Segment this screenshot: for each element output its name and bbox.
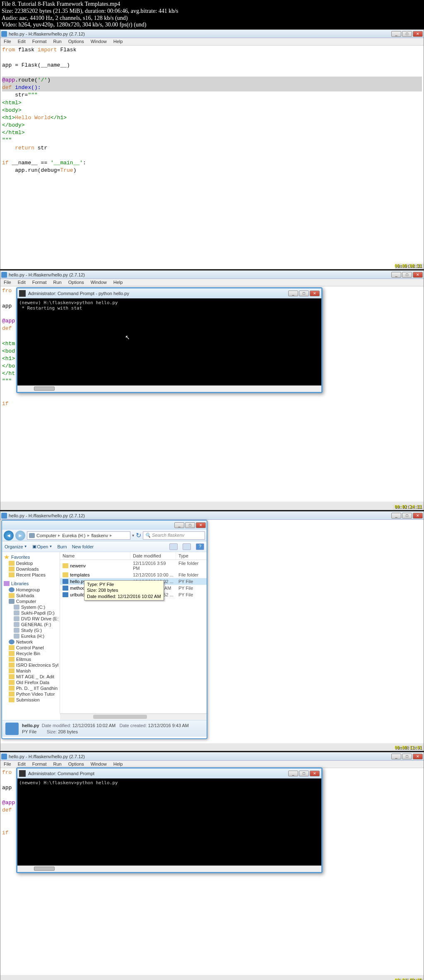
close-button[interactable]: ✕ <box>310 771 320 776</box>
tree-item[interactable]: Control Panel <box>3 645 59 651</box>
column-headers[interactable]: Name Date modified Type <box>60 552 207 560</box>
menu-format[interactable]: Format <box>29 279 50 286</box>
ide-titlebar[interactable]: hello.py - H:/flaskenv/hello.py (2.7.12)… <box>0 752 424 761</box>
menu-window[interactable]: Window <box>87 38 110 45</box>
back-button[interactable]: ◄ <box>4 531 14 540</box>
command-prompt-window[interactable]: Administrator: Command Prompt _ □ ✕ (new… <box>16 767 323 873</box>
close-button[interactable]: ✕ <box>413 272 423 278</box>
minimize-button[interactable]: _ <box>391 754 401 759</box>
forward-button[interactable]: ► <box>15 531 25 540</box>
close-button[interactable]: ✕ <box>413 31 423 37</box>
menu-edit[interactable]: Edit <box>14 38 29 45</box>
maximize-button[interactable]: □ <box>402 272 412 278</box>
cmd-scrollbar[interactable] <box>17 385 321 392</box>
minimize-button[interactable]: _ <box>288 291 298 296</box>
menu-help[interactable]: Help <box>110 761 126 768</box>
explorer-titlebar[interactable]: _ □ ✕ <box>2 521 207 530</box>
minimize-button[interactable]: _ <box>391 513 401 519</box>
tree-item[interactable]: Elitmus <box>3 656 59 662</box>
tree-item[interactable]: Submission <box>3 697 59 703</box>
tree-item[interactable]: Python Video Tutor <box>3 691 59 697</box>
tree-item[interactable]: Recent Places <box>3 572 59 578</box>
new-folder-button[interactable]: New folder <box>72 544 94 549</box>
tree-item[interactable]: Eureka (H:) <box>3 633 59 639</box>
cmd-output[interactable]: (newenv) H:\flaskenv>python hello.py * R… <box>17 298 321 385</box>
maximize-button[interactable]: □ <box>402 31 412 37</box>
open-button[interactable]: ▣ Open ▼ <box>32 544 53 549</box>
breadcrumb[interactable]: Computer▸ Eureka (H:)▸ flaskenv▸ <box>27 531 130 540</box>
tree-item[interactable]: Study (G:) <box>3 627 59 633</box>
maximize-button[interactable]: □ <box>185 522 195 528</box>
cmd-scrollbar[interactable] <box>17 865 321 872</box>
menu-run[interactable]: Run <box>50 38 65 45</box>
maximize-button[interactable]: □ <box>402 754 412 759</box>
menu-run[interactable]: Run <box>50 761 65 768</box>
tree-item[interactable]: Network <box>3 639 59 645</box>
minimize-button[interactable]: _ <box>391 272 401 278</box>
ide-titlebar[interactable]: hello.py - H:/flaskenv/hello.py (2.7.12)… <box>0 30 424 38</box>
menu-window[interactable]: Window <box>87 761 110 768</box>
file-row[interactable]: templates12/12/2016 10:00 ...File folder <box>60 572 207 578</box>
file-explorer-window[interactable]: _ □ ✕ ◄ ► Computer▸ Eureka (H:)▸ flasken… <box>1 520 207 739</box>
tree-item[interactable]: Manish <box>3 668 59 674</box>
minimize-button[interactable]: _ <box>288 771 298 776</box>
cmd-titlebar[interactable]: Administrator: Command Prompt - python h… <box>17 288 321 298</box>
tree-item[interactable]: System (C:) <box>3 604 59 610</box>
menu-format[interactable]: Format <box>29 38 50 45</box>
tree-item[interactable]: Old Firefox Data <box>3 680 59 685</box>
explorer-tree[interactable]: Favorites Desktop Downloads Recent Place… <box>2 552 60 713</box>
close-button[interactable]: ✕ <box>413 754 423 759</box>
command-prompt-window[interactable]: Administrator: Command Prompt - python h… <box>16 287 323 393</box>
tree-item[interactable]: DVD RW Drive (E:) <box>3 616 59 622</box>
ide-titlebar[interactable]: hello.py - H:/flaskenv/hello.py (2.7.12)… <box>0 512 424 520</box>
menu-options[interactable]: Options <box>65 761 87 768</box>
help-button[interactable]: ? <box>196 543 204 550</box>
menu-help[interactable]: Help <box>110 279 126 286</box>
menu-file[interactable]: File <box>0 761 14 768</box>
menu-window[interactable]: Window <box>87 279 110 286</box>
file-row[interactable]: newenv12/11/2016 3:59 PMFile folder <box>60 560 207 572</box>
tree-item[interactable]: MIT AGE _ Dr. Adit <box>3 674 59 680</box>
menu-file[interactable]: File <box>0 279 14 286</box>
menu-help[interactable]: Help <box>110 38 126 45</box>
file-metadata: File 8. Tutorial 8-Flask Framework Templ… <box>0 0 424 29</box>
cmd-output[interactable]: (newenv) H:\flaskenv>python hello.py <box>17 778 321 865</box>
menu-edit[interactable]: Edit <box>14 279 29 286</box>
tree-item[interactable]: GENERAL (F:) <box>3 622 59 627</box>
ide-titlebar[interactable]: hello.py - H:/flaskenv/hello.py (2.7.12)… <box>0 271 424 279</box>
close-button[interactable]: ✕ <box>310 291 320 296</box>
file-list[interactable]: Name Date modified Type newenv12/11/2016… <box>60 552 207 713</box>
minimize-button[interactable]: _ <box>391 31 401 37</box>
menu-options[interactable]: Options <box>65 38 87 45</box>
menu-file[interactable]: File <box>0 38 14 45</box>
burn-button[interactable]: Burn <box>57 544 67 549</box>
tree-item[interactable]: Desktop <box>3 560 59 566</box>
preview-button[interactable] <box>183 543 191 550</box>
search-input[interactable]: 🔍 Search flaskenv <box>143 531 205 540</box>
star-icon <box>4 555 10 560</box>
tree-item[interactable]: Sukhi-Papdi (D:) <box>3 610 59 616</box>
maximize-button[interactable]: □ <box>299 771 309 776</box>
tree-item[interactable]: Sukhada <box>3 593 59 598</box>
maximize-button[interactable]: □ <box>402 513 412 519</box>
cmd-titlebar[interactable]: Administrator: Command Prompt _ □ ✕ <box>17 769 321 778</box>
tree-item[interactable]: ISRO Electronics Syl <box>3 662 59 668</box>
tree-item[interactable]: Downloads <box>3 566 59 572</box>
close-button[interactable]: ✕ <box>196 522 206 528</box>
tree-item[interactable]: Recycle Bin <box>3 651 59 656</box>
horizontal-scrollbar[interactable] <box>60 713 207 720</box>
minimize-button[interactable]: _ <box>174 522 184 528</box>
menu-options[interactable]: Options <box>65 279 87 286</box>
menu-run[interactable]: Run <box>50 279 65 286</box>
close-button[interactable]: ✕ <box>413 513 423 519</box>
tree-item[interactable]: Ph. D. _ IIT Gandhin <box>3 685 59 691</box>
view-button[interactable] <box>169 543 178 550</box>
menu-edit[interactable]: Edit <box>14 761 29 768</box>
menu-format[interactable]: Format <box>29 761 50 768</box>
refresh-button[interactable]: ↻ <box>136 531 141 539</box>
maximize-button[interactable]: □ <box>299 291 309 296</box>
tree-item[interactable]: Homegroup <box>3 587 59 593</box>
code-editor[interactable]: from flask import Flask app = Flask(__na… <box>0 46 424 269</box>
tree-item[interactable]: Computer <box>3 598 59 604</box>
organize-button[interactable]: Organize ▼ <box>5 544 27 549</box>
